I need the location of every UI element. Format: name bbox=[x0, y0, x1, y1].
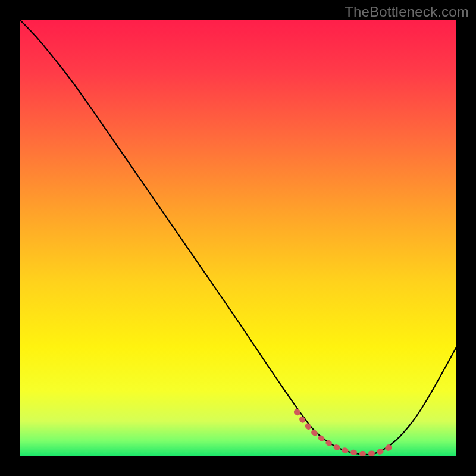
gradient-background bbox=[20, 20, 456, 456]
chart-container: TheBottleneck.com bbox=[0, 0, 476, 476]
watermark-text: TheBottleneck.com bbox=[345, 4, 469, 20]
optimum-end-dot bbox=[294, 409, 300, 415]
chart-svg bbox=[20, 20, 456, 456]
optimum-end-dot bbox=[386, 444, 392, 450]
plot-area bbox=[20, 20, 456, 456]
